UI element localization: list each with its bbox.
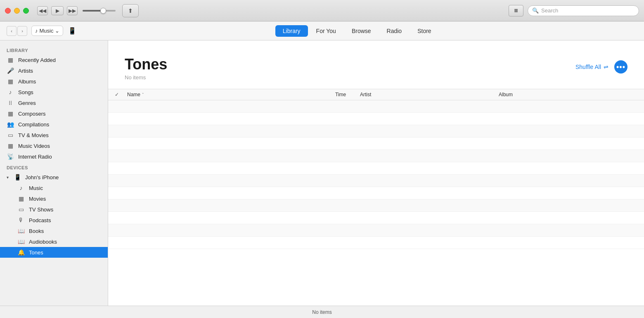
table-col-check: ✓ bbox=[115, 92, 127, 97]
sidebar-item-device-music[interactable]: ♪ Music bbox=[0, 183, 108, 193]
tab-for-you[interactable]: For You bbox=[309, 25, 343, 37]
sidebar-item-compilations[interactable]: 👥 Compilations bbox=[0, 119, 108, 130]
tab-store[interactable]: Store bbox=[410, 25, 438, 37]
statusbar-text: No items bbox=[312, 309, 331, 315]
sidebar-item-label: Podcasts bbox=[29, 217, 51, 223]
sidebar-item-device[interactable]: ▾ 📱 John's iPhone bbox=[0, 172, 108, 183]
sidebar-item-device-tvshows[interactable]: ▭ TV Shows bbox=[0, 204, 108, 215]
tab-browse[interactable]: Browse bbox=[344, 25, 379, 37]
table-col-time[interactable]: Time bbox=[335, 92, 360, 97]
content-header: Tones No items Shuffle All ⇌ ••• bbox=[108, 40, 644, 89]
table-row bbox=[108, 138, 644, 150]
forward-nav-button[interactable]: › bbox=[17, 26, 27, 36]
composers-icon: ▦ bbox=[7, 110, 14, 117]
rewind-icon: ◀◀ bbox=[39, 8, 46, 14]
sidebar-item-label: Movies bbox=[29, 196, 46, 202]
sidebar-item-label: Books bbox=[29, 228, 44, 234]
sidebar-item-label: Compilations bbox=[18, 121, 49, 128]
search-icon: 🔍 bbox=[532, 7, 539, 14]
songs-icon: ♪ bbox=[7, 89, 14, 95]
tab-library[interactable]: Library bbox=[275, 25, 308, 37]
sidebar-item-device-books[interactable]: 📖 Books bbox=[0, 225, 108, 236]
shuffle-icon: ⇌ bbox=[604, 64, 608, 70]
sidebar-item-artists[interactable]: 🎤 Artists bbox=[0, 65, 108, 76]
airplay-button[interactable]: ⬆ bbox=[122, 4, 139, 17]
device-tvshows-icon: ▭ bbox=[17, 206, 25, 213]
content-area: Tones No items Shuffle All ⇌ ••• ✓ Name … bbox=[108, 40, 644, 306]
library-label: Music bbox=[40, 28, 54, 34]
sidebar-item-music-videos[interactable]: ▦ Music Videos bbox=[0, 140, 108, 151]
table-row bbox=[108, 162, 644, 175]
device-music-icon: ♪ bbox=[17, 185, 25, 191]
forward-icon: ▶▶ bbox=[69, 8, 76, 14]
sidebar-item-label: Composers bbox=[18, 111, 45, 117]
sidebar-item-label: Genres bbox=[18, 100, 36, 106]
sidebar: Library ▦ Recently Added 🎤 Artists ▦ Alb… bbox=[0, 40, 108, 306]
table-header: ✓ Name ˄ Time Artist Album bbox=[108, 89, 644, 100]
library-selector[interactable]: ♪ Music ⌄ bbox=[31, 26, 63, 36]
shuffle-all-button[interactable]: Shuffle All ⇌ bbox=[575, 64, 608, 70]
device-button[interactable]: 📱 bbox=[68, 27, 76, 35]
rewind-button[interactable]: ◀◀ bbox=[37, 6, 48, 15]
sidebar-item-genres[interactable]: ⁞⁞ Genres bbox=[0, 97, 108, 108]
forward-button[interactable]: ▶▶ bbox=[67, 6, 78, 15]
table-col-name[interactable]: Name ˄ bbox=[127, 92, 335, 97]
airplay-icon: ⬆ bbox=[128, 7, 133, 14]
chevron-down-icon: ⌄ bbox=[55, 28, 59, 34]
sidebar-item-tv-movies[interactable]: ▭ TV & Movies bbox=[0, 130, 108, 140]
genres-icon: ⁞⁞ bbox=[7, 100, 14, 106]
table-row bbox=[108, 212, 644, 224]
sidebar-item-label: TV & Movies bbox=[18, 132, 49, 138]
play-button[interactable]: ▶ bbox=[51, 6, 64, 15]
sidebar-item-label: Artists bbox=[18, 68, 33, 74]
close-button[interactable] bbox=[5, 8, 11, 14]
device-podcasts-icon: 🎙 bbox=[17, 217, 25, 223]
sidebar-item-device-movies[interactable]: ▦ Movies bbox=[0, 193, 108, 204]
sidebar-item-label: Audiobooks bbox=[29, 239, 57, 245]
forward-nav-icon: › bbox=[21, 28, 23, 33]
minimize-button[interactable] bbox=[14, 8, 20, 14]
table-col-album[interactable]: Album bbox=[499, 92, 637, 97]
sidebar-item-label: Tones bbox=[29, 249, 43, 256]
sidebar-item-device-audiobooks[interactable]: 📖 Audiobooks bbox=[0, 236, 108, 247]
back-button[interactable]: ‹ bbox=[7, 26, 17, 36]
sidebar-item-internet-radio[interactable]: 📡 Internet Radio bbox=[0, 151, 108, 162]
nav-arrows: ‹ › bbox=[7, 26, 27, 36]
volume-slider[interactable] bbox=[83, 10, 116, 12]
titlebar-right: ≡ 🔍 Search bbox=[509, 5, 639, 17]
table-row bbox=[108, 224, 644, 237]
header-actions: Shuffle All ⇌ ••• bbox=[575, 57, 627, 74]
sidebar-item-label: Internet Radio bbox=[18, 154, 52, 160]
table-row bbox=[108, 237, 644, 249]
shuffle-all-label: Shuffle All bbox=[575, 64, 601, 70]
titlebar: ◀◀ ▶ ▶▶ ⬆ ≡ 🔍 Search bbox=[0, 0, 644, 21]
sidebar-item-device-tones[interactable]: 🔔 Tones bbox=[0, 247, 108, 258]
maximize-button[interactable] bbox=[23, 8, 29, 14]
sidebar-item-songs[interactable]: ♪ Songs bbox=[0, 87, 108, 97]
table-col-artist[interactable]: Artist bbox=[360, 92, 499, 97]
sidebar-item-device-podcasts[interactable]: 🎙 Podcasts bbox=[0, 215, 108, 225]
device-audiobooks-icon: 📖 bbox=[17, 238, 25, 245]
search-bar[interactable]: 🔍 Search bbox=[528, 5, 639, 16]
statusbar: No items bbox=[0, 306, 644, 318]
sidebar-item-label: Music Videos bbox=[18, 143, 50, 149]
recently-added-icon: ▦ bbox=[7, 57, 14, 63]
table-rows bbox=[108, 100, 644, 306]
sidebar-item-composers[interactable]: ▦ Composers bbox=[0, 108, 108, 119]
device-tones-icon: 🔔 bbox=[17, 249, 25, 256]
more-options-button[interactable]: ••• bbox=[614, 60, 627, 74]
playback-controls: ◀◀ ▶ ▶▶ ⬆ bbox=[37, 4, 139, 17]
list-view-button[interactable]: ≡ bbox=[509, 5, 523, 17]
sidebar-item-albums[interactable]: ▦ Albums bbox=[0, 76, 108, 87]
internet-radio-icon: 📡 bbox=[7, 153, 14, 160]
iphone-icon: 📱 bbox=[14, 174, 21, 180]
table-row bbox=[108, 187, 644, 199]
main-layout: Library ▦ Recently Added 🎤 Artists ▦ Alb… bbox=[0, 40, 644, 306]
search-placeholder: Search bbox=[541, 7, 558, 14]
sidebar-item-recently-added[interactable]: ▦ Recently Added bbox=[0, 55, 108, 65]
albums-icon: ▦ bbox=[7, 78, 14, 85]
list-view-icon: ≡ bbox=[514, 7, 518, 14]
traffic-lights bbox=[5, 8, 29, 14]
tab-radio[interactable]: Radio bbox=[379, 25, 410, 37]
device-books-icon: 📖 bbox=[17, 228, 25, 234]
